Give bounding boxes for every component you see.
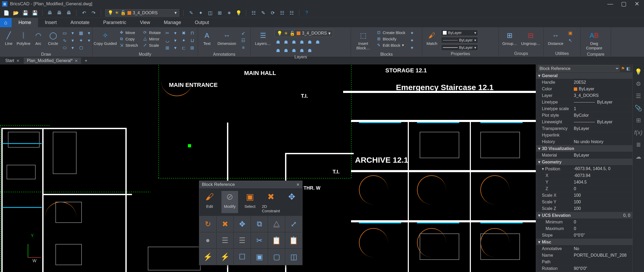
layers-button[interactable]: ☰ Layers… (253, 30, 273, 47)
qb-tool-11-icon[interactable]: ☷ (288, 10, 295, 16)
chevron-down-icon[interactable]: ▾ (69, 30, 76, 36)
prop-value[interactable]: No undo history (572, 139, 632, 145)
tab-manage[interactable]: Manage (157, 18, 188, 27)
quad-layers1-icon[interactable]: ☰ (216, 232, 234, 248)
prop-value[interactable]: 100 (572, 192, 632, 199)
prop-row[interactable]: X-6073.94 (536, 172, 632, 179)
match-button[interactable]: 🖌 Match (424, 30, 439, 47)
quad-box4-icon[interactable]: ◫ (285, 248, 302, 265)
tab-home[interactable]: Home (12, 18, 38, 27)
prop-value[interactable]: -6073.94, 1404.5, 0 (572, 166, 632, 172)
quad-cat-modify[interactable]: ⊘Modify (221, 191, 238, 213)
entity-type-combo[interactable]: Block Reference (538, 65, 619, 72)
color-combo[interactable]: ByLayer▾ (441, 30, 478, 36)
spline-icon[interactable]: ∿ (61, 37, 68, 44)
array-icon[interactable]: ⊞ (164, 44, 171, 51)
publish-icon[interactable]: 🖶 (66, 10, 72, 16)
prop-value[interactable] (572, 259, 632, 265)
bulb-icon[interactable]: 💡 (635, 68, 642, 76)
ellipse-icon[interactable]: ⬭ (61, 44, 68, 51)
line-button[interactable]: ╱ Line (2, 30, 15, 47)
quad-cat-more[interactable]: ✥ (284, 191, 300, 213)
qb-tool-2-icon[interactable]: ✦ (197, 10, 204, 16)
quad-scale-icon[interactable]: ⤢ (285, 216, 302, 232)
prop-row[interactable]: Maximum0 (536, 226, 632, 232)
prop-value[interactable] (572, 132, 632, 138)
qb-tool-1-icon[interactable]: ✎ (188, 10, 194, 16)
rotate-button[interactable]: ⟳Rotate (141, 30, 162, 35)
prop-row[interactable]: TransparencyByLayer (536, 125, 632, 132)
qb-tool-10-icon[interactable]: ☷ (279, 10, 285, 16)
move-button[interactable]: ✥Move (117, 30, 140, 35)
close-tab-icon[interactable]: ✕ (16, 59, 20, 63)
quick-layer-combo[interactable]: 💡☀🔓 3_4_DOORS ▾ (105, 9, 179, 17)
prop-value[interactable]: 100 (572, 199, 632, 205)
application-button[interactable]: ⌂ (0, 18, 12, 27)
new-icon[interactable]: 📄 (3, 10, 10, 16)
create-block-button[interactable]: ⊡Create Block (375, 30, 407, 35)
tab-view[interactable]: View (133, 18, 157, 27)
fx-icon[interactable]: f(x) (635, 129, 642, 136)
mirror-button[interactable]: ⧋Mirror (141, 36, 162, 42)
fillet-icon[interactable]: ◡ (164, 37, 171, 44)
edit-block-button[interactable]: ✎Edit Block▾ (375, 42, 407, 48)
prop-group-3d-visualization[interactable]: ▾ 3D Visualization (536, 145, 632, 152)
select-icon[interactable]: ▣ (567, 30, 574, 36)
stretch-button[interactable]: ⇲Stretch (117, 42, 140, 48)
layers-side-icon[interactable]: ≣ (635, 141, 642, 148)
prop-row[interactable]: LineweightByLayer (536, 119, 632, 125)
text-button[interactable]: A Text (200, 30, 214, 47)
dwg-compare-button[interactable]: AB Dwg Compare (583, 30, 605, 51)
prop-value[interactable]: No (572, 246, 632, 252)
new-tab-button[interactable]: + (82, 58, 90, 64)
prop-value[interactable]: 0 (572, 219, 632, 225)
prop-row[interactable]: Z0 (536, 186, 632, 192)
circle-button[interactable]: ◯ Circle (46, 30, 60, 47)
dimension-button[interactable]: ↔ Dimension (215, 30, 238, 47)
prop-row[interactable]: Layer3_4_DOORS (536, 92, 632, 99)
prop-value[interactable]: 100 (572, 205, 632, 212)
prop-value[interactable]: ByColor (572, 112, 632, 119)
arc-button[interactable]: ◠ Arc (32, 30, 45, 47)
quad-layers2-icon[interactable]: ☰ (234, 232, 251, 248)
undo-icon[interactable]: ↶ (81, 10, 87, 16)
trim-icon[interactable]: ✂ (164, 30, 171, 36)
qb-tool-5-icon[interactable]: ⎈ (226, 10, 232, 16)
quad-box1-icon[interactable]: ☐ (234, 248, 251, 265)
prop-row[interactable]: MaterialByLayer (536, 152, 632, 159)
prop-value[interactable]: 90°0'0" (572, 265, 632, 272)
prop-row[interactable]: Handle20E52 (536, 79, 632, 86)
rect-icon[interactable]: ▭ (61, 30, 68, 36)
prop-group-ucs-elevation[interactable]: ▾ UCS Elevation0, 0 (536, 212, 632, 219)
prop-value[interactable]: 0 (572, 226, 632, 232)
pick-icon[interactable]: ◧ (626, 66, 630, 71)
explode-icon[interactable]: ✦ (180, 37, 187, 44)
quad-clipboard-icon[interactable]: 📋 (285, 232, 302, 248)
prop-value[interactable]: ByLayer (572, 125, 632, 132)
quad-box2-icon[interactable]: ▣ (251, 248, 268, 265)
qb-tool-6-icon[interactable]: 💡 (235, 10, 242, 16)
open-icon[interactable]: 📂 (13, 10, 19, 16)
lineweight-combo[interactable]: ByLayer▾ (441, 44, 478, 51)
drawing-canvas[interactable]: MAIN ENTRANCE MAIN HALL STORAGE 12.1 Eme… (0, 64, 536, 272)
quad-cat-edit[interactable]: 🖌Edit (201, 191, 218, 213)
prop-row[interactable]: ColorByLayer (536, 86, 632, 92)
redo-icon[interactable]: ↷ (90, 10, 97, 16)
prop-value[interactable]: ByLayer (572, 99, 632, 105)
print-preview-icon[interactable]: 🖶 (56, 10, 63, 16)
tab-parametric[interactable]: Parametric (96, 18, 133, 27)
region-icon[interactable]: ⬡ (78, 44, 84, 51)
prop-value[interactable]: 1 (572, 106, 632, 112)
prop-row[interactable]: HistoryNo undo history (536, 139, 632, 145)
copy-guided-button[interactable]: ✧ Copy Guided (94, 30, 116, 47)
quad-spark2-icon[interactable]: ⚡ (216, 248, 234, 265)
offset-icon[interactable]: ⊏ (180, 44, 187, 51)
prop-row[interactable]: Scale Z100 (536, 205, 632, 212)
prop-group-general[interactable]: ▾ General (536, 72, 632, 79)
quad-cat-select[interactable]: ▣Select (242, 191, 258, 213)
qb-tool-7-icon[interactable]: ☷ (250, 10, 257, 16)
quad-cat-2dconstraint[interactable]: ✖2D Constraint (262, 191, 280, 213)
prop-value[interactable]: 20E52 (572, 79, 632, 86)
blockify-button[interactable]: ⊞Blockify (375, 36, 407, 42)
saveas-icon[interactable]: 💾 (32, 10, 38, 16)
